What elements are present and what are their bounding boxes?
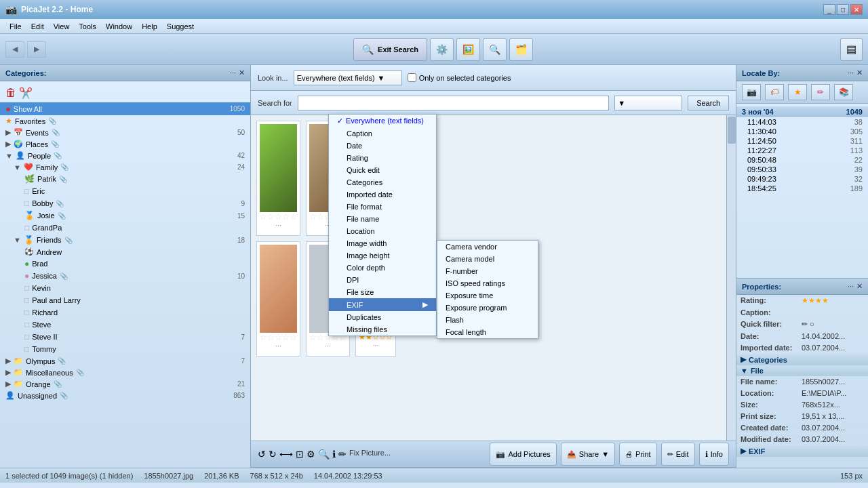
fix-icon[interactable]: ✏	[338, 449, 347, 460]
dropdown-item-caption[interactable]: Caption	[329, 127, 436, 140]
dropdown-item-everywhere[interactable]: ✓Everywhere (text fields)	[329, 115, 436, 127]
categories-section[interactable]: ▶ Categories	[736, 354, 868, 365]
zoom-icon[interactable]: 🔍	[318, 449, 330, 460]
locate-close[interactable]: ✕	[856, 68, 863, 77]
menu-file[interactable]: File	[5, 21, 26, 32]
cat-unassigned[interactable]: 👤 Unassigned 📎 863	[0, 390, 250, 401]
locate-icon-5[interactable]: 📚	[834, 84, 853, 100]
cat-events[interactable]: ▶ 📅 Events 📎 50	[0, 127, 250, 138]
date-item-3[interactable]: 11:22:27 113	[736, 146, 868, 155]
toolbar-btn-2[interactable]: 🖼️	[456, 38, 480, 61]
cat-steve2[interactable]: □ Steve II 7	[0, 331, 250, 343]
look-in-dropdown[interactable]: Everywhere (text fields) ▼	[294, 70, 402, 85]
dropdown-item-exif[interactable]: EXIF ▶	[329, 298, 436, 311]
nav-back-button[interactable]: ◀	[5, 41, 24, 58]
photo-cell-1[interactable]: ☆☆☆☆☆ ···	[256, 121, 300, 236]
exif-exposure-time[interactable]: Exposure time	[437, 289, 538, 302]
cat-jessica[interactable]: ● Jessica 📎 10	[0, 270, 250, 282]
dropdown-item-filesize[interactable]: File size	[329, 286, 436, 298]
cat-bobby[interactable]: □ Bobby 📎 9	[0, 197, 250, 209]
dropdown-item-missing[interactable]: Missing files	[329, 323, 436, 336]
exif-focal-length[interactable]: Focal length	[437, 326, 538, 338]
dropdown-item-imgheight[interactable]: Image height	[329, 249, 436, 262]
date-item-4[interactable]: 09:50:48 22	[736, 155, 868, 165]
edit-button[interactable]: ✏ Edit	[661, 443, 695, 466]
search-secondary-dropdown[interactable]: ▼	[614, 96, 682, 110]
add-pictures-button[interactable]: 📷 Add Pictures	[490, 443, 556, 466]
dropdown-item-categories[interactable]: Categories	[329, 176, 436, 188]
cat-places[interactable]: ▶ 🌍 Places 📎	[0, 138, 250, 150]
cat-paul-larry[interactable]: □ Paul and Larry	[0, 294, 250, 306]
date-item-5[interactable]: 09:50:33 39	[736, 165, 868, 174]
dropdown-item-dpi[interactable]: DPI	[329, 274, 436, 286]
cat-kevin[interactable]: □ Kevin	[0, 282, 250, 294]
categories-close[interactable]: ✕	[239, 68, 245, 77]
cat-eric[interactable]: □ Eric	[0, 185, 250, 197]
file-section[interactable]: ▼ File	[736, 365, 868, 376]
exif-iso[interactable]: ISO speed ratings	[437, 277, 538, 289]
toolbar-btn-4[interactable]: 🗂️	[509, 38, 533, 61]
restore-button[interactable]: □	[837, 4, 849, 15]
toolbar-btn-5[interactable]: ▤	[840, 38, 863, 61]
menu-help[interactable]: Help	[138, 21, 161, 32]
cat-delete-icon[interactable]: 🗑	[5, 87, 16, 100]
date-item-2[interactable]: 11:24:50 311	[736, 136, 868, 146]
dropdown-item-rating[interactable]: Rating	[329, 152, 436, 164]
cat-tommy[interactable]: □ Tommy	[0, 343, 250, 355]
cat-patrik[interactable]: 🌿 Patrik 📎	[0, 173, 250, 185]
exit-search-button[interactable]: 🔍 Exit Search	[353, 38, 427, 61]
locate-more[interactable]: ···	[848, 68, 854, 77]
cat-people[interactable]: ▼ 👤 People 📎 42	[0, 150, 250, 161]
cat-show-all[interactable]: ● Show All 1050	[0, 102, 250, 115]
dropdown-item-filename[interactable]: File name	[329, 213, 436, 225]
cat-steve[interactable]: □ Steve	[0, 319, 250, 331]
dropdown-item-quickedit[interactable]: Quick edit	[329, 164, 436, 176]
exif-exposure-program[interactable]: Exposure program	[437, 302, 538, 314]
search-button[interactable]: Search	[688, 96, 729, 110]
exif-camera-vendor[interactable]: Camera vendor	[437, 241, 538, 253]
cat-olympus[interactable]: ▶ 📁 Olympus 📎 7	[0, 355, 250, 367]
cat-add-icon[interactable]: ✂️	[19, 87, 33, 100]
photo-cell-4[interactable]: ☆☆☆☆☆ ···	[256, 241, 300, 357]
locate-icon-4[interactable]: ✏	[811, 84, 830, 100]
locate-icon-3[interactable]: ★	[788, 84, 807, 100]
date-item-7[interactable]: 18:54:25 189	[736, 184, 868, 193]
exif-camera-model[interactable]: Camera model	[437, 253, 538, 265]
cat-friends[interactable]: ▼ 🏅 Friends 📎 18	[0, 234, 250, 246]
cat-miscellaneous[interactable]: ▶ 📁 Miscellaneous 📎	[0, 367, 250, 378]
toolbar-btn-3[interactable]: 🔍	[483, 38, 507, 61]
fix-picture-label[interactable]: Fix Picture...	[349, 449, 391, 460]
cat-grandpa[interactable]: □ GrandPa	[0, 222, 250, 234]
only-selected-checkbox[interactable]	[408, 73, 416, 82]
print-button[interactable]: 🖨 Print	[619, 443, 657, 466]
flip-icon[interactable]: ⟷	[279, 449, 293, 460]
info-icon[interactable]: ℹ	[332, 449, 336, 460]
cat-richard[interactable]: □ Richard	[0, 306, 250, 319]
locate-icon-2[interactable]: 🏷	[765, 84, 784, 100]
nav-forward-button[interactable]: ▶	[27, 41, 46, 58]
date-item-1[interactable]: 11:30:40 305	[736, 127, 868, 136]
dropdown-item-location[interactable]: Location	[329, 225, 436, 237]
dropdown-item-imported[interactable]: Imported date	[329, 188, 436, 201]
categories-more[interactable]: ···	[230, 68, 236, 77]
cat-favorites[interactable]: ★ Favorites 📎	[0, 115, 250, 127]
close-button[interactable]: ✕	[850, 4, 863, 15]
locate-icon-1[interactable]: 📷	[742, 84, 761, 100]
share-button[interactable]: 📤 Share ▼	[561, 443, 615, 466]
date-item-6[interactable]: 09:49:23 32	[736, 174, 868, 184]
cat-brad[interactable]: ● Brad	[0, 258, 250, 270]
search-input[interactable]	[298, 96, 609, 110]
rotate-right-icon[interactable]: ↻	[269, 449, 277, 460]
menu-view[interactable]: View	[50, 21, 74, 32]
toolbar-btn-1[interactable]: ⚙️	[430, 38, 454, 61]
menu-suggest[interactable]: Suggest	[163, 21, 198, 32]
cat-josie[interactable]: 🏅 Josie 📎 15	[0, 209, 250, 222]
props-more[interactable]: ···	[848, 282, 854, 291]
photo-scrollbar[interactable]	[726, 115, 736, 441]
props-close[interactable]: ✕	[856, 282, 863, 291]
dropdown-item-date[interactable]: Date	[329, 140, 436, 152]
cat-andrew[interactable]: ⚽ Andrew	[0, 246, 250, 258]
date-item-0[interactable]: 11:44:03 38	[736, 117, 868, 127]
cat-orange[interactable]: ▶ 📁 Orange 📎 21	[0, 378, 250, 390]
rotate-left-icon[interactable]: ↺	[258, 449, 266, 460]
